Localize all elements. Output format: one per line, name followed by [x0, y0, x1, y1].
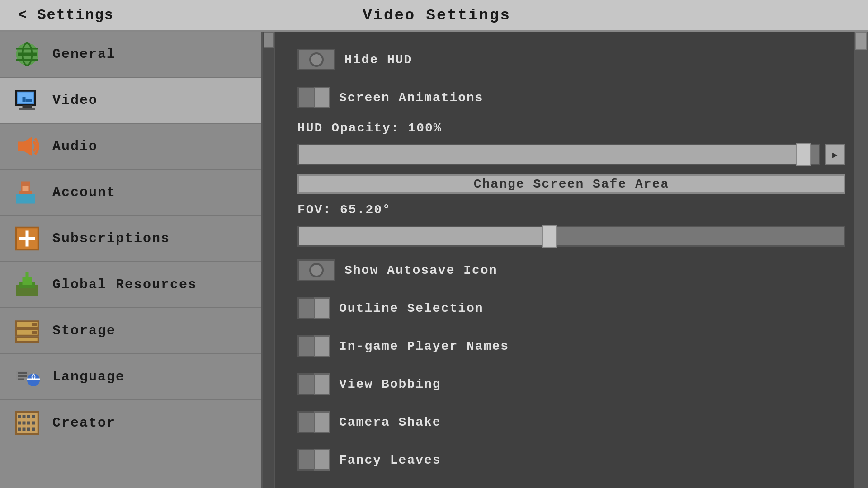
- view-bobbing-toggle[interactable]: [297, 373, 330, 395]
- fov-slider-row[interactable]: [297, 226, 845, 247]
- sidebar-item-creator[interactable]: Creator: [0, 400, 261, 446]
- hud-opacity-slider-row[interactable]: ▶: [297, 144, 845, 165]
- creator-label: Creator: [52, 415, 116, 431]
- svg-rect-32: [32, 323, 37, 326]
- language-label: Language: [52, 369, 125, 385]
- sidebar-scrollbar[interactable]: [262, 32, 275, 488]
- screen-animations-toggle[interactable]: [297, 87, 330, 108]
- page-title: Video Settings: [363, 7, 511, 24]
- change-screen-safe-area-button[interactable]: Change Screen Safe Area: [297, 174, 845, 194]
- hud-opacity-slider[interactable]: [297, 144, 820, 165]
- fancy-leaves-label: Fancy Leaves: [339, 453, 441, 467]
- video-label: Video: [52, 93, 98, 108]
- toggle-right: [314, 87, 330, 108]
- screen-animations-row: Screen Animations: [297, 83, 845, 112]
- storage-icon: [13, 316, 42, 345]
- sidebar-item-general[interactable]: General: [0, 32, 261, 78]
- svg-rect-12: [18, 142, 24, 151]
- toggle-left: [297, 87, 314, 108]
- back-label[interactable]: < Settings: [18, 7, 114, 23]
- back-button[interactable]: < Settings: [18, 7, 114, 23]
- ingame-player-names-row: In-game Player Names: [297, 332, 845, 361]
- svg-rect-17: [23, 186, 29, 191]
- outline-selection-toggle[interactable]: [297, 297, 330, 319]
- storage-label: Storage: [52, 323, 116, 338]
- fancy-leaves-row: Fancy Leaves: [297, 446, 845, 474]
- toggle-left: [297, 449, 314, 471]
- audio-label: Audio: [52, 139, 98, 154]
- svg-rect-4: [16, 59, 38, 61]
- fancy-leaves-toggle[interactable]: [297, 449, 330, 471]
- language-icon: [13, 362, 42, 391]
- toggle-left: [297, 335, 314, 357]
- fov-label: FOV: 65.20°: [297, 203, 391, 217]
- hide-hud-label: Hide HUD: [344, 53, 412, 67]
- toggle-right: [314, 449, 330, 471]
- ingame-player-names-toggle[interactable]: [297, 335, 330, 357]
- hud-opacity-thumb[interactable]: [796, 143, 811, 166]
- svg-rect-45: [32, 415, 35, 418]
- global-resources-icon: [13, 270, 42, 299]
- hide-hud-row: Hide HUD: [297, 45, 845, 74]
- general-icon: [13, 40, 42, 69]
- svg-rect-8: [23, 105, 32, 108]
- svg-rect-51: [23, 428, 26, 431]
- svg-rect-25: [26, 272, 29, 278]
- sidebar-item-video[interactable]: Video: [0, 78, 261, 124]
- video-settings-content: Hide HUD Screen Animations HUD Opacity: …: [275, 32, 868, 488]
- hud-opacity-label-row: HUD Opacity: 100%: [297, 121, 845, 135]
- hud-opacity-label: HUD Opacity: 100%: [297, 121, 442, 135]
- screen-animations-label: Screen Animations: [339, 91, 484, 105]
- toggle-right: [314, 335, 330, 357]
- svg-rect-3: [16, 48, 38, 50]
- video-icon: [13, 86, 42, 115]
- hide-hud-toggle[interactable]: [297, 49, 335, 70]
- svg-rect-48: [27, 422, 30, 425]
- svg-rect-43: [23, 415, 26, 418]
- toggle-right: [314, 297, 330, 319]
- camera-shake-toggle[interactable]: [297, 411, 330, 433]
- outline-selection-row: Outline Selection: [297, 294, 845, 323]
- show-autosave-toggle[interactable]: [297, 259, 335, 281]
- svg-rect-33: [32, 331, 37, 334]
- svg-rect-52: [27, 428, 30, 431]
- svg-rect-49: [32, 422, 35, 425]
- account-label: Account: [52, 185, 116, 200]
- svg-rect-39: [27, 379, 40, 380]
- sidebar-item-subscriptions[interactable]: Subscriptions: [0, 216, 261, 262]
- svg-rect-42: [18, 415, 21, 418]
- view-bobbing-label: View Bobbing: [339, 377, 441, 391]
- fov-slider[interactable]: [297, 226, 845, 247]
- hide-hud-circle: [309, 52, 324, 67]
- global-resources-label: Global Resources: [52, 277, 197, 292]
- toggle-right: [314, 411, 330, 433]
- svg-rect-35: [18, 372, 27, 374]
- general-label: General: [52, 47, 116, 62]
- hud-opacity-max-btn[interactable]: ▶: [825, 144, 845, 165]
- subscriptions-label: Subscriptions: [52, 231, 170, 246]
- sidebar-item-global-resources[interactable]: Global Resources: [0, 262, 261, 308]
- sidebar-item-language[interactable]: Language: [0, 354, 261, 400]
- toggle-left: [297, 373, 314, 395]
- show-autosave-circle: [309, 263, 324, 277]
- svg-rect-37: [18, 379, 24, 380]
- camera-shake-label: Camera Shake: [339, 415, 441, 429]
- outline-selection-label: Outline Selection: [339, 301, 484, 315]
- content-scrollbar[interactable]: [854, 32, 868, 488]
- svg-rect-16: [16, 194, 35, 204]
- sidebar: General Video: [0, 32, 262, 488]
- sidebar-item-account[interactable]: Account: [0, 170, 261, 216]
- scrollbar-thumb[interactable]: [855, 32, 867, 50]
- ingame-player-names-label: In-game Player Names: [339, 339, 509, 353]
- svg-rect-10: [23, 97, 26, 102]
- svg-marker-13: [24, 137, 32, 156]
- fov-label-row: FOV: 65.20°: [297, 203, 845, 217]
- fov-thumb[interactable]: [542, 225, 557, 248]
- change-screen-safe-area-label: Change Screen Safe Area: [474, 177, 669, 191]
- svg-rect-21: [19, 237, 35, 240]
- svg-rect-46: [18, 422, 21, 425]
- hud-opacity-fill: [299, 145, 803, 164]
- sidebar-item-audio[interactable]: Audio: [0, 124, 261, 170]
- sidebar-item-storage[interactable]: Storage: [0, 308, 261, 354]
- svg-rect-9: [19, 108, 35, 110]
